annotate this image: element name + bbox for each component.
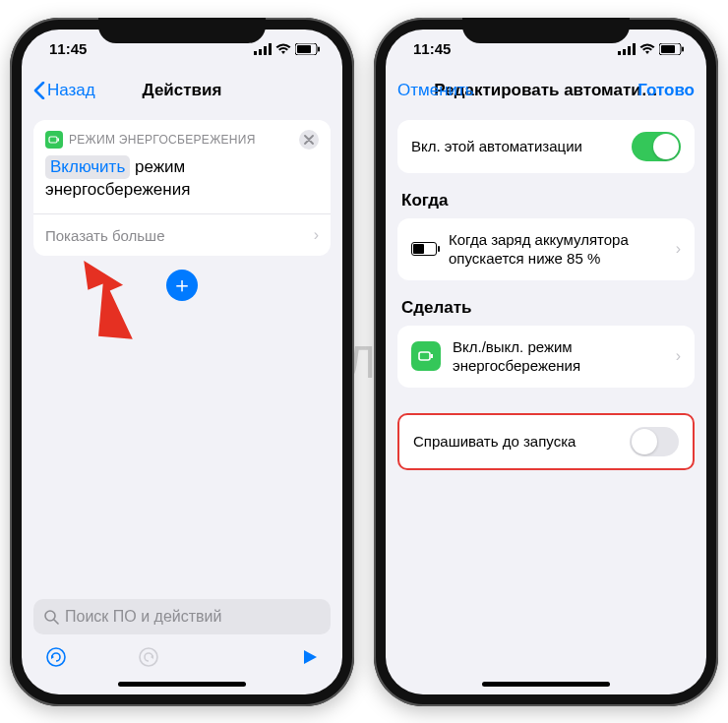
when-section-label: Когда: [397, 173, 695, 218]
status-time: 11:45: [413, 40, 451, 57]
enable-automation-toggle[interactable]: [632, 132, 681, 161]
wifi-icon: [639, 43, 655, 55]
bottom-toolbar: [33, 634, 331, 680]
svg-rect-7: [49, 137, 57, 143]
do-row[interactable]: Вкл./выкл. режим энергосбережения ›: [397, 326, 695, 388]
low-power-icon: [45, 131, 63, 149]
arrow-annotation: [73, 258, 152, 370]
svg-rect-0: [254, 51, 257, 55]
ask-before-run-row: Спрашивать до запуска: [397, 413, 695, 470]
show-more-row[interactable]: Показать больше ›: [45, 214, 319, 256]
enable-automation-label: Вкл. этой автоматизации: [411, 137, 620, 156]
svg-line-11: [54, 620, 58, 624]
svg-rect-1: [259, 49, 262, 55]
svg-rect-25: [431, 354, 433, 358]
svg-point-14: [140, 648, 157, 666]
signal-icon: [618, 43, 636, 55]
done-button[interactable]: Готово: [637, 81, 695, 100]
action-text-2: энергосбережения: [45, 180, 190, 199]
remove-action-button[interactable]: [299, 130, 319, 150]
svg-rect-5: [297, 45, 311, 53]
home-indicator: [118, 682, 246, 687]
when-text: Когда заряд аккумулятора опускается ниже…: [449, 230, 664, 269]
svg-rect-6: [318, 46, 320, 51]
svg-marker-9: [84, 258, 133, 344]
chevron-right-icon: ›: [676, 240, 681, 258]
action-token[interactable]: Включить: [45, 155, 130, 180]
screen-right: 11:45 Отменить Редактировать автомати… Г…: [386, 30, 706, 694]
svg-rect-3: [269, 43, 272, 55]
wifi-icon: [275, 43, 291, 55]
nav-bar: Назад Действия: [22, 69, 342, 112]
notch: [98, 18, 266, 43]
action-header-label: РЕЖИМ ЭНЕРГОСБЕРЕЖЕНИЯ: [69, 133, 256, 147]
enable-automation-row: Вкл. этой автоматизации: [397, 120, 695, 173]
chevron-right-icon: ›: [314, 226, 319, 244]
battery-level-icon: [411, 242, 437, 256]
redo-button[interactable]: [138, 646, 159, 672]
battery-icon: [659, 43, 685, 55]
status-time: 11:45: [49, 40, 87, 57]
svg-rect-18: [623, 49, 626, 55]
home-indicator: [482, 682, 610, 687]
search-placeholder: Поиск ПО и действий: [65, 608, 221, 626]
undo-button[interactable]: [45, 646, 67, 672]
svg-rect-20: [633, 43, 636, 55]
action-text-1: режим: [135, 157, 185, 176]
svg-rect-17: [618, 51, 621, 55]
do-section-label: Сделать: [397, 280, 695, 326]
ask-before-run-toggle[interactable]: [630, 427, 679, 456]
add-action-button[interactable]: ＋: [166, 270, 198, 301]
svg-rect-22: [661, 45, 675, 53]
screen-left: 11:45 Назад Действия РЕЖИМ ЭНЕРГОС: [22, 30, 342, 694]
battery-icon: [295, 43, 321, 55]
nav-bar: Отменить Редактировать автомати… Готово: [386, 69, 706, 112]
search-icon: [43, 609, 59, 625]
run-button[interactable]: [301, 648, 319, 670]
do-text: Вкл./выкл. режим энергосбережения: [453, 337, 664, 376]
svg-rect-8: [58, 138, 60, 141]
low-power-icon: [411, 341, 441, 371]
phone-left: 11:45 Назад Действия РЕЖИМ ЭНЕРГОС: [10, 18, 354, 706]
when-row[interactable]: Когда заряд аккумулятора опускается ниже…: [397, 218, 695, 280]
svg-rect-2: [264, 46, 267, 55]
back-button[interactable]: Назад: [33, 81, 95, 100]
search-input[interactable]: Поиск ПО и действий: [33, 599, 331, 634]
svg-rect-23: [682, 46, 684, 51]
phone-right: 11:45 Отменить Редактировать автомати… Г…: [374, 18, 718, 706]
ask-before-run-label: Спрашивать до запуска: [413, 432, 618, 452]
signal-icon: [254, 43, 272, 55]
action-body: Включить режим энергосбережения: [45, 150, 319, 214]
cancel-button[interactable]: Отменить: [397, 81, 474, 100]
action-card: РЕЖИМ ЭНЕРГОСБЕРЕЖЕНИЯ Включить режим эн…: [33, 120, 331, 257]
svg-marker-16: [304, 650, 317, 664]
chevron-right-icon: ›: [676, 347, 681, 365]
svg-rect-19: [628, 46, 631, 55]
svg-point-12: [47, 648, 65, 666]
svg-rect-24: [419, 352, 430, 360]
notch: [462, 18, 630, 43]
